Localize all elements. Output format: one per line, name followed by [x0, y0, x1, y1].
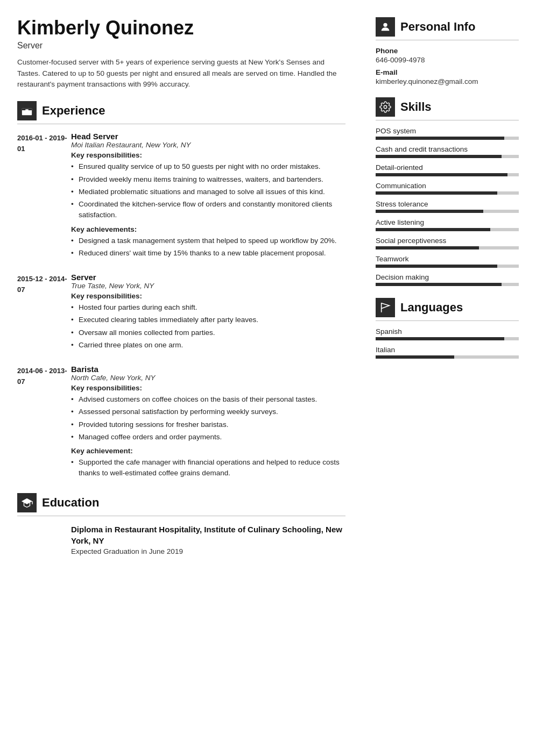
- skill-name-0: POS system: [376, 127, 519, 135]
- lang-name-1: Italian: [376, 346, 519, 354]
- lang-bar-bg-0: [376, 337, 519, 340]
- education-heading: Education: [17, 493, 345, 512]
- personal-info-heading: Personal Info: [376, 17, 519, 37]
- skill-bar-bg-3: [376, 191, 519, 195]
- skill-item-1: Cash and credit transactions: [376, 145, 519, 158]
- exp-resp-list-1: Ensured quality service of up to 50 gues…: [71, 161, 345, 220]
- exp-dates-3: 2014-06 - 2013-07: [17, 365, 71, 483]
- skill-bar-bg-6: [376, 246, 519, 249]
- languages-heading: Languages: [376, 298, 519, 317]
- skill-item-2: Detail-oriented: [376, 163, 519, 176]
- exp-dates-1: 2016-01 - 2019-01: [17, 132, 71, 263]
- svg-marker-3: [22, 498, 32, 504]
- languages-svg-icon: [379, 302, 391, 313]
- exp-ach-label-1: Key achievements:: [71, 225, 345, 233]
- skill-bar-fill-2: [376, 173, 507, 176]
- exp-ach-list-3: Supported the cafe manager with financia…: [71, 457, 345, 479]
- languages-icon: [376, 298, 395, 317]
- lang-name-0: Spanish: [376, 327, 519, 336]
- skills-title: Skills: [400, 100, 431, 114]
- experience-svg-icon: [21, 105, 33, 117]
- list-item: Designed a task management system that h…: [71, 236, 345, 246]
- exp-company-2: True Taste, New York, NY: [71, 282, 345, 290]
- list-item: Provided tutoring sessions for fresher b…: [71, 419, 345, 430]
- education-svg-icon: [21, 497, 33, 509]
- skill-item-8: Decision making: [376, 273, 519, 286]
- skill-bar-fill-8: [376, 283, 502, 286]
- list-item: Executed clearing tables immediately aft…: [71, 315, 345, 325]
- skill-bar-fill-6: [376, 246, 479, 249]
- personal-info-divider: [376, 40, 519, 40]
- skill-item-6: Social perceptiveness: [376, 237, 519, 249]
- svg-point-5: [383, 23, 387, 27]
- email-label: E-mail: [376, 68, 519, 76]
- skill-name-3: Communication: [376, 182, 519, 190]
- phone-value: 646-0099-4978: [376, 56, 519, 64]
- skill-bar-fill-4: [376, 210, 483, 213]
- skill-bar-fill-0: [376, 137, 504, 140]
- exp-role-1: Head Server: [71, 132, 345, 141]
- exp-entry-3: 2014-06 - 2013-07 Barista North Cafe, Ne…: [17, 365, 345, 483]
- education-section: Education Diploma in Restaurant Hospital…: [17, 493, 345, 555]
- edu-details-1: Diploma in Restaurant Hospitality, Insti…: [71, 524, 345, 555]
- list-item: Advised customers on coffee choices on t…: [71, 394, 345, 405]
- skill-name-6: Social perceptiveness: [376, 237, 519, 245]
- personal-info-title: Personal Info: [400, 20, 475, 34]
- skill-name-8: Decision making: [376, 273, 519, 281]
- exp-resp-label-3: Key responsibilities:: [71, 384, 345, 392]
- exp-company-3: North Cafe, New York, NY: [71, 374, 345, 382]
- exp-role-3: Barista: [71, 365, 345, 374]
- lang-bar-fill-1: [376, 355, 454, 359]
- skills-svg-icon: [379, 101, 391, 113]
- skill-name-2: Detail-oriented: [376, 163, 519, 172]
- list-item: Reduced diners' wait time by 15% thanks …: [71, 248, 345, 259]
- languages-title: Languages: [400, 301, 463, 315]
- personal-info-section: Personal Info Phone 646-0099-4978 E-mail…: [376, 17, 519, 85]
- skill-item-7: Teamwork: [376, 255, 519, 268]
- phone-label: Phone: [376, 47, 519, 55]
- experience-title: Experience: [42, 104, 105, 118]
- skill-item-4: Stress tolerance: [376, 200, 519, 213]
- skill-bar-fill-7: [376, 265, 497, 268]
- list-item: Managed coffee orders and order payments…: [71, 432, 345, 443]
- skill-bar-fill-3: [376, 191, 497, 195]
- skill-name-5: Active listening: [376, 218, 519, 226]
- candidate-name: Kimberly Quinonez: [17, 17, 345, 39]
- email-value: kimberley.quinonez@gmail.com: [376, 77, 519, 85]
- skill-bar-bg-8: [376, 283, 519, 286]
- svg-rect-2: [25, 110, 29, 111]
- languages-section: Languages Spanish Italian: [376, 298, 519, 359]
- education-icon: [17, 493, 37, 512]
- languages-divider: [376, 320, 519, 321]
- skills-divider: [376, 120, 519, 120]
- experience-divider: [17, 124, 345, 124]
- exp-details-1: Head Server Moi Italian Restaurant, New …: [71, 132, 345, 263]
- skill-bar-bg-4: [376, 210, 519, 213]
- skills-icon: [376, 97, 395, 117]
- skill-bar-fill-5: [376, 228, 490, 231]
- skill-name-4: Stress tolerance: [376, 200, 519, 208]
- exp-details-3: Barista North Cafe, New York, NY Key res…: [71, 365, 345, 483]
- job-title: Server: [17, 41, 345, 51]
- exp-company-1: Moi Italian Restaurant, New York, NY: [71, 141, 345, 149]
- experience-icon: [17, 101, 37, 120]
- edu-indent: [17, 524, 71, 555]
- header-section: Kimberly Quinonez Server Customer-focuse…: [17, 17, 345, 90]
- exp-ach-label-3: Key achievement:: [71, 447, 345, 455]
- list-item: Oversaw all monies collected from partie…: [71, 327, 345, 338]
- exp-resp-list-3: Advised customers on coffee choices on t…: [71, 394, 345, 443]
- exp-entry-1: 2016-01 - 2019-01 Head Server Moi Italia…: [17, 132, 345, 263]
- edu-degree-1: Diploma in Restaurant Hospitality, Insti…: [71, 524, 345, 546]
- list-item: Mediated problematic situations and mana…: [71, 187, 345, 197]
- skill-item-3: Communication: [376, 182, 519, 195]
- experience-section: Experience 2016-01 - 2019-01 Head Server…: [17, 101, 345, 483]
- skill-item-5: Active listening: [376, 218, 519, 231]
- exp-resp-list-2: Hosted four parties during each shift. E…: [71, 302, 345, 351]
- lang-bar-bg-1: [376, 355, 519, 359]
- skills-heading: Skills: [376, 97, 519, 117]
- summary: Customer-focused server with 5+ years of…: [17, 57, 345, 91]
- person-svg-icon: [379, 21, 391, 33]
- skill-bar-bg-5: [376, 228, 519, 231]
- education-title: Education: [42, 496, 99, 510]
- lang-item-1: Italian: [376, 346, 519, 359]
